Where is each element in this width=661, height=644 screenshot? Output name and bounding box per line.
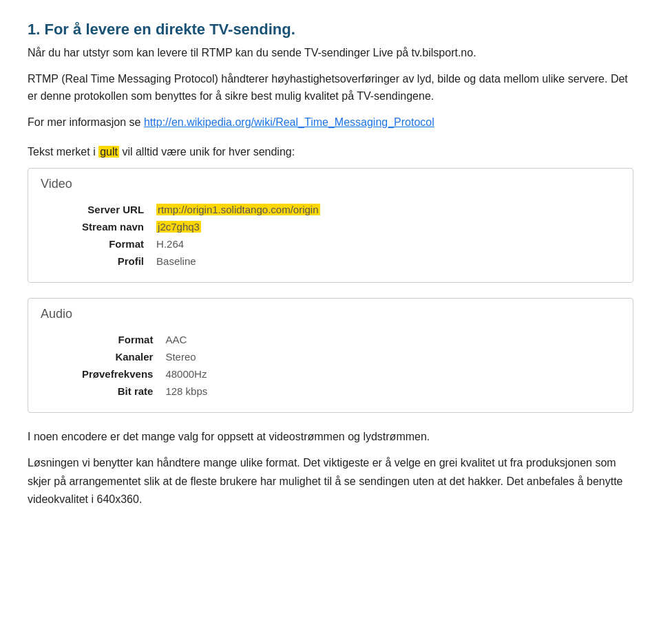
video-section: Video Server URLrtmp://origin1.solidtang… [28, 168, 633, 283]
wikipedia-link[interactable]: http://en.wikipedia.org/wiki/Real_Time_M… [144, 116, 434, 128]
info-label: Kanaler [82, 348, 165, 365]
paragraph-2: RTMP (Real Time Messaging Protocol) hånd… [28, 70, 633, 105]
info-value: rtmp://origin1.solidtango.com/origin [156, 201, 319, 218]
heading-title: For å levere en direkte TV-sending. [44, 21, 295, 38]
table-row: ProfilBaseline [82, 253, 320, 270]
unique-before: Tekst merket i [28, 146, 98, 158]
info-label: Stream navn [82, 218, 156, 235]
info-value: Baseline [156, 253, 319, 270]
info-value: j2c7ghq3 [156, 218, 319, 235]
paragraph-1: Når du har utstyr som kan levere til RTM… [28, 44, 633, 62]
audio-section: Audio FormatAACKanalerStereoPrøvefrekven… [28, 298, 633, 413]
info-label: Server URL [82, 201, 156, 218]
unique-highlight: gult [98, 146, 119, 158]
table-row: KanalerStereo [82, 348, 207, 365]
video-info-table: Server URLrtmp://origin1.solidtango.com/… [82, 201, 320, 270]
table-row: Server URLrtmp://origin1.solidtango.com/… [82, 201, 320, 218]
table-row: Bit rate128 kbps [82, 383, 207, 400]
info-value: Stereo [165, 348, 207, 365]
table-row: FormatAAC [82, 331, 207, 348]
paragraph-3: For mer informasjon se http://en.wikiped… [28, 114, 633, 131]
info-value: H.264 [156, 235, 319, 253]
info-value: 128 kbps [165, 383, 207, 400]
para3-prefix: For mer informasjon se [28, 116, 144, 128]
table-row: FormatH.264 [82, 235, 320, 253]
table-row: Stream navnj2c7ghq3 [82, 218, 320, 235]
bottom-paragraph-2: Løsningen vi benytter kan håndtere mange… [28, 454, 633, 508]
info-value: AAC [165, 331, 207, 348]
info-label: Prøvefrekvens [82, 365, 165, 383]
audio-info-table: FormatAACKanalerStereoPrøvefrekvens48000… [82, 331, 207, 400]
info-value: 48000Hz [165, 365, 207, 383]
info-label: Format [82, 331, 165, 348]
page-heading: 1. For å levere en direkte TV-sending. [28, 21, 633, 39]
video-section-title: Video [41, 177, 620, 191]
unique-text-para: Tekst merket i gult vil alltid være unik… [28, 143, 633, 161]
info-label: Format [82, 235, 156, 253]
info-label: Bit rate [82, 383, 165, 400]
audio-section-title: Audio [41, 307, 620, 321]
heading-number: 1. [28, 21, 40, 38]
unique-after: vil alltid være unik for hver sending: [119, 146, 295, 158]
table-row: Prøvefrekvens48000Hz [82, 365, 207, 383]
info-label: Profil [82, 253, 156, 270]
bottom-paragraph-1: I noen encodere er det mange valg for op… [28, 428, 633, 446]
